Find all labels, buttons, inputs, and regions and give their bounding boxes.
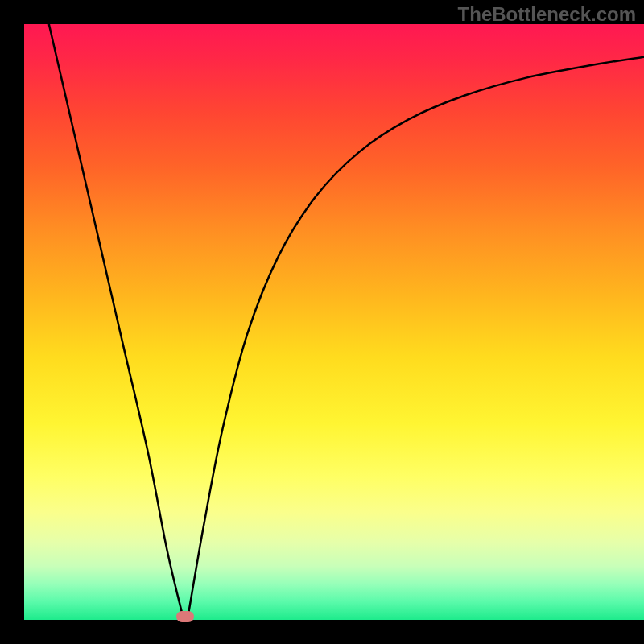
curve-left-branch xyxy=(49,24,183,614)
chart-curve-svg xyxy=(24,24,644,620)
chart-plot-area xyxy=(24,24,644,620)
curve-right-branch xyxy=(188,57,644,614)
minimum-marker xyxy=(176,611,194,622)
watermark-text: TheBottleneck.com xyxy=(458,3,636,26)
